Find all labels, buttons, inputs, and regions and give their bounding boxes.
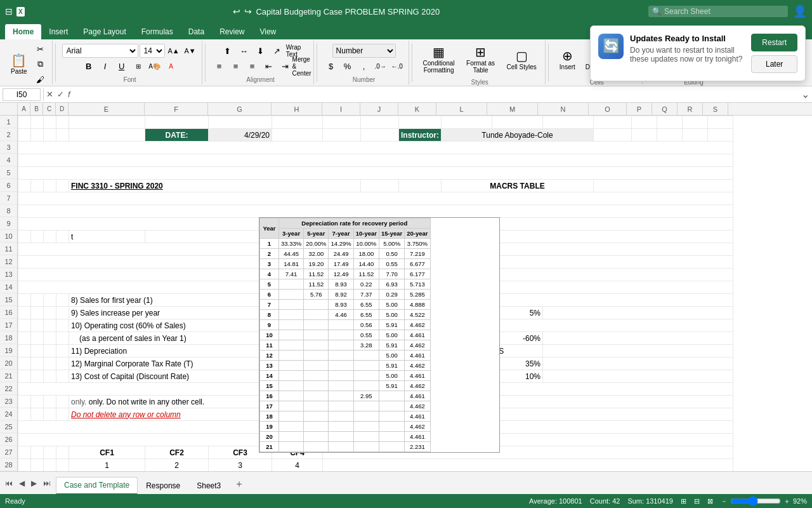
row-num-8[interactable]: 8 [0, 204, 17, 217]
cell-b10[interactable] [31, 231, 44, 243]
cell-c2[interactable] [44, 129, 56, 142]
macrs-cell-4-0[interactable]: 4 [260, 269, 279, 279]
tab-view[interactable]: View [252, 24, 284, 39]
col-header-q[interactable]: Q [652, 103, 678, 115]
sheet-tab-sheet3[interactable]: Sheet3 [188, 477, 229, 495]
macrs-cell-3-5[interactable]: 0.55 [379, 259, 404, 269]
macrs-cell-16-6[interactable]: 4.461 [405, 391, 430, 401]
cell-b27[interactable] [31, 446, 44, 459]
cell-c28[interactable] [44, 459, 56, 472]
macrs-cell-7-3[interactable]: 8.93 [329, 300, 353, 310]
restart-button[interactable]: Restart [751, 34, 797, 51]
macrs-cell-4-3[interactable]: 12.49 [329, 269, 353, 279]
formula-input[interactable] [73, 90, 799, 99]
cell-e28-n1[interactable]: 1 [69, 459, 145, 472]
col-header-k[interactable]: K [398, 103, 436, 115]
cell-b6[interactable] [31, 180, 44, 192]
cell-i2[interactable] [323, 129, 361, 142]
col-header-h[interactable]: H [272, 103, 322, 115]
last-sheet-button[interactable]: ⏭ [41, 478, 53, 489]
macrs-cell-4-6[interactable]: 6.177 [405, 269, 430, 279]
function-icon[interactable]: f [68, 90, 70, 99]
cell-j2[interactable] [361, 129, 399, 142]
font-family-select[interactable]: Arial [62, 44, 138, 58]
macrs-cell-15-1[interactable] [279, 381, 304, 391]
align-bottom-button[interactable]: ⬇ [253, 44, 268, 58]
row-num-11[interactable]: 11 [0, 243, 17, 255]
macrs-cell-10-6[interactable]: 4.461 [405, 330, 430, 340]
macrs-cell-17-1[interactable] [279, 401, 304, 411]
next-sheet-button[interactable]: ▶ [29, 478, 39, 489]
cell-d16[interactable] [56, 307, 69, 319]
row-19-rest[interactable] [543, 345, 733, 358]
macrs-cell-11-1[interactable] [279, 340, 304, 351]
tab-insert[interactable]: Insert [41, 24, 75, 39]
macrs-cell-16-0[interactable]: 16 [260, 391, 279, 401]
macrs-cell-3-3[interactable]: 17.49 [329, 259, 353, 269]
macrs-cell-10-0[interactable]: 10 [260, 330, 279, 340]
increase-font-button[interactable]: A▲ [166, 44, 181, 58]
macrs-cell-8-4[interactable]: 6.55 [353, 310, 379, 320]
align-left-button[interactable]: ≡ [212, 59, 227, 73]
row-num-7[interactable]: 7 [0, 192, 17, 204]
macrs-cell-21-6[interactable]: 2.231 [405, 442, 430, 452]
align-center-button[interactable]: ≡ [228, 59, 244, 73]
search-input[interactable] [664, 7, 766, 16]
macrs-cell-9-4[interactable]: 0.56 [353, 320, 379, 330]
macrs-cell-21-0[interactable]: 21 [260, 442, 279, 452]
cell-c21[interactable] [44, 370, 56, 383]
macrs-cell-13-1[interactable] [279, 361, 304, 371]
cell-c16[interactable] [44, 307, 56, 319]
cell-p1[interactable] [632, 116, 657, 129]
cell-a1[interactable] [18, 116, 31, 129]
cell-o6-rest[interactable] [594, 180, 733, 192]
currency-button[interactable]: $ [324, 59, 339, 73]
row-num-18[interactable]: 18 [0, 331, 17, 344]
col-header-j[interactable]: J [360, 103, 398, 115]
macrs-cell-15-3[interactable] [329, 381, 353, 391]
macrs-cell-12-0[interactable]: 12 [260, 351, 279, 361]
cell-a27[interactable] [18, 446, 31, 459]
macrs-cell-12-2[interactable] [304, 351, 329, 361]
cell-e10-t[interactable]: t [69, 231, 145, 243]
macrs-cell-15-0[interactable]: 15 [260, 381, 279, 391]
cell-j1[interactable] [361, 116, 399, 129]
cell-c1[interactable] [44, 116, 56, 129]
macrs-cell-17-5[interactable] [379, 401, 404, 411]
macrs-cell-1-1[interactable]: 33.33% [279, 239, 304, 249]
macrs-cell-1-0[interactable]: 1 [260, 239, 279, 249]
cell-c10[interactable] [44, 231, 56, 243]
macrs-cell-1-5[interactable]: 5.00% [379, 239, 404, 249]
cell-a24[interactable] [18, 408, 31, 421]
macrs-cell-21-2[interactable] [304, 442, 329, 452]
macrs-cell-6-1[interactable] [279, 290, 304, 300]
macrs-cell-7-5[interactable]: 5.00 [379, 300, 404, 310]
macrs-cell-15-5[interactable]: 5.91 [379, 381, 404, 391]
cell-e17-label[interactable]: 10) Operating cost (60% of Sales) [69, 319, 272, 332]
macrs-cell-16-2[interactable] [304, 391, 329, 401]
row-num-14[interactable]: 14 [0, 281, 17, 293]
decrease-decimal-button[interactable]: ←.0 [390, 59, 405, 73]
col-header-p[interactable]: P [627, 103, 652, 115]
macrs-cell-18-4[interactable] [353, 411, 379, 422]
cell-c17[interactable] [44, 319, 56, 332]
row-num-16[interactable]: 16 [0, 306, 17, 319]
cell-l1[interactable] [442, 116, 492, 129]
cell-e21-label[interactable]: 13) Cost of Capital (Discount Rate) [69, 370, 272, 383]
macrs-cell-7-0[interactable]: 7 [260, 300, 279, 310]
cell-f2-date-label[interactable]: DATE: [145, 129, 209, 142]
cell-d20[interactable] [56, 358, 69, 370]
macrs-cell-3-4[interactable]: 14.40 [353, 259, 379, 269]
macrs-cell-7-6[interactable]: 4.888 [405, 300, 430, 310]
view-normal-icon[interactable]: ⊞ [681, 497, 686, 505]
sheet-tab-response[interactable]: Response [138, 477, 188, 495]
macrs-cell-8-5[interactable]: 5.00 [379, 310, 404, 320]
cell-a17[interactable] [18, 319, 31, 332]
col-header-l[interactable]: L [436, 103, 487, 115]
macrs-cell-7-4[interactable]: 6.55 [353, 300, 379, 310]
macrs-cell-18-1[interactable] [279, 411, 304, 422]
cell-d21[interactable] [56, 370, 69, 383]
macrs-cell-2-0[interactable]: 2 [260, 249, 279, 259]
macrs-cell-16-3[interactable] [329, 391, 353, 401]
tab-home[interactable]: Home [5, 24, 41, 39]
